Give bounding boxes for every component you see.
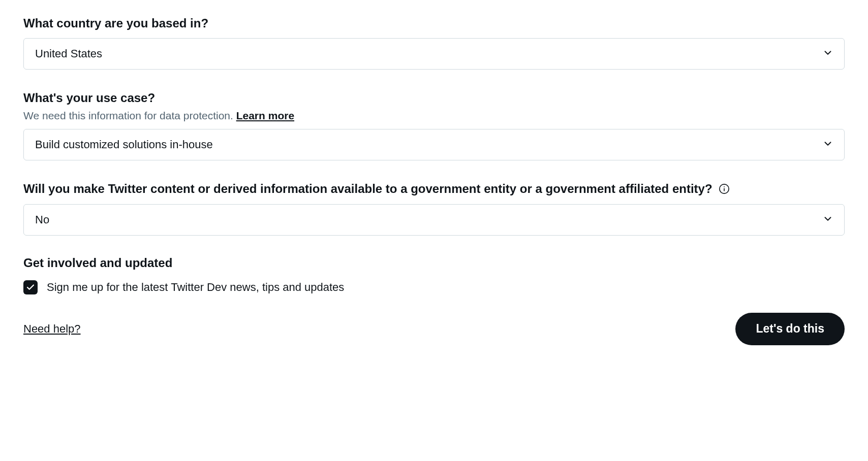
government-select-wrapper: No	[23, 204, 845, 236]
government-label-row: Will you make Twitter content or derived…	[23, 181, 845, 196]
usecase-label: What's your use case?	[23, 90, 845, 106]
government-select[interactable]: No	[23, 204, 845, 236]
learn-more-link[interactable]: Learn more	[236, 110, 294, 121]
info-icon[interactable]	[719, 183, 730, 194]
country-form-group: What country are you based in? United St…	[23, 15, 845, 70]
newsletter-checkbox-row: Sign me up for the latest Twitter Dev ne…	[23, 280, 845, 294]
usecase-sublabel-row: We need this information for data protec…	[23, 110, 845, 122]
country-label: What country are you based in?	[23, 15, 845, 31]
country-select[interactable]: United States	[23, 38, 845, 70]
usecase-select-value: Build customized solutions in-house	[35, 138, 213, 151]
svg-point-2	[724, 186, 725, 187]
government-label: Will you make Twitter content or derived…	[23, 182, 712, 195]
involved-heading: Get involved and updated	[23, 256, 845, 270]
country-select-value: United States	[35, 47, 102, 60]
usecase-select-wrapper: Build customized solutions in-house	[23, 129, 845, 160]
government-select-value: No	[35, 213, 49, 226]
usecase-form-group: What's your use case? We need this infor…	[23, 90, 845, 160]
newsletter-checkbox[interactable]	[23, 280, 38, 294]
usecase-select[interactable]: Build customized solutions in-house	[23, 129, 845, 160]
submit-button[interactable]: Let's do this	[735, 313, 845, 345]
newsletter-checkbox-label[interactable]: Sign me up for the latest Twitter Dev ne…	[47, 281, 344, 294]
involved-section: Get involved and updated Sign me up for …	[23, 256, 845, 294]
footer-row: Need help? Let's do this	[23, 313, 845, 345]
need-help-link[interactable]: Need help?	[23, 322, 81, 336]
country-select-wrapper: United States	[23, 38, 845, 70]
usecase-sublabel: We need this information for data protec…	[23, 110, 233, 121]
government-form-group: Will you make Twitter content or derived…	[23, 181, 845, 235]
